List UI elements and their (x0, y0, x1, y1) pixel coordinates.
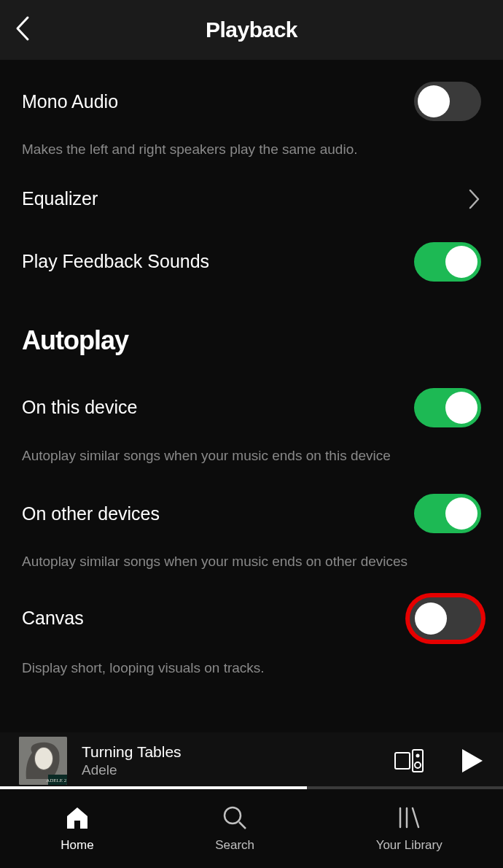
setting-feedback-sounds: Play Feedback Sounds (22, 242, 481, 282)
track-info: Turning Tables Adele (82, 743, 182, 778)
back-button[interactable] (13, 15, 31, 45)
setting-description: Autoplay similar songs when your music e… (22, 552, 481, 571)
tab-label: Search (215, 838, 254, 853)
svg-rect-5 (395, 753, 410, 769)
svg-line-11 (239, 822, 246, 829)
progress-bar[interactable] (0, 786, 503, 789)
home-icon (64, 805, 90, 831)
setting-label: Play Feedback Sounds (22, 251, 209, 272)
track-title: Turning Tables (82, 743, 182, 761)
on-other-devices-toggle[interactable] (414, 494, 481, 533)
tab-library[interactable]: Your Library (376, 805, 442, 853)
tab-label: Home (61, 838, 93, 853)
tab-search[interactable]: Search (215, 805, 254, 853)
on-this-device-toggle[interactable] (414, 388, 481, 427)
setting-on-this-device: On this device (22, 388, 481, 427)
tab-label: Your Library (376, 838, 442, 853)
now-playing-bar[interactable]: ADELE 21 Turning Tables Adele (0, 732, 503, 789)
chevron-right-icon (468, 188, 481, 210)
devices-icon[interactable] (394, 748, 424, 773)
setting-label: On other devices (22, 503, 160, 524)
svg-marker-9 (462, 749, 483, 772)
svg-point-2 (35, 748, 52, 770)
play-icon[interactable] (461, 748, 484, 774)
track-artist: Adele (82, 762, 182, 778)
tab-bar: Home Search Your Library (0, 789, 503, 868)
setting-description: Autoplay similar songs when your music e… (22, 446, 481, 465)
album-art: ADELE 21 (19, 737, 67, 785)
setting-label: Canvas (22, 608, 84, 629)
setting-equalizer[interactable]: Equalizer (22, 188, 481, 210)
page-title: Playback (0, 18, 503, 42)
feedback-sounds-toggle[interactable] (414, 242, 481, 282)
setting-description: Makes the left and right speakers play t… (22, 140, 481, 159)
setting-label: On this device (22, 397, 137, 418)
svg-text:ADELE 21: ADELE 21 (46, 778, 67, 783)
setting-description: Display short, looping visuals on tracks… (22, 659, 481, 678)
canvas-toggle[interactable] (410, 597, 481, 640)
mono-audio-toggle[interactable] (414, 82, 481, 121)
setting-canvas: Canvas (22, 597, 481, 640)
setting-on-other-devices: On other devices (22, 494, 481, 533)
setting-label: Mono Audio (22, 91, 118, 112)
svg-line-14 (413, 808, 418, 827)
svg-point-8 (417, 755, 419, 757)
setting-mono-audio: Mono Audio (22, 82, 481, 121)
svg-point-7 (415, 762, 421, 768)
header: Playback (0, 0, 503, 60)
library-icon (396, 805, 422, 831)
search-icon (222, 805, 248, 831)
setting-label: Equalizer (22, 188, 98, 209)
settings-content: Mono Audio Makes the left and right spea… (0, 60, 503, 732)
chevron-left-icon (13, 15, 31, 42)
section-title-autoplay: Autoplay (22, 325, 481, 356)
svg-point-10 (225, 807, 241, 824)
tab-home[interactable]: Home (61, 805, 93, 853)
